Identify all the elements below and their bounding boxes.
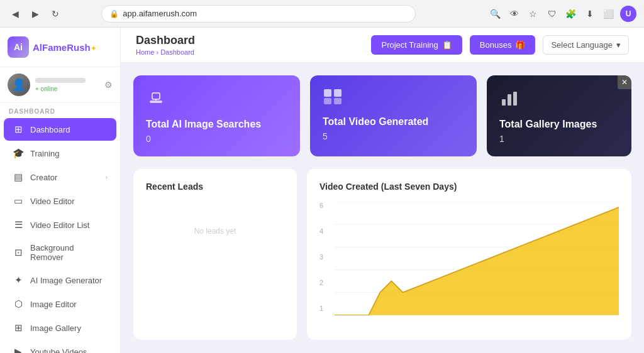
ai-searches-icon	[146, 88, 287, 112]
sidebar-item-image-editor[interactable]: ⬡ Image Editor	[4, 293, 116, 315]
y-label-2: 2	[319, 279, 323, 286]
url-bar[interactable]: 🔒 app.aifamerush.com	[101, 5, 416, 23]
sidebar-label-creator: Creator	[30, 173, 99, 182]
top-bar: Dashboard Home › Dashboard Project Train…	[121, 28, 644, 63]
image-editor-icon: ⬡	[13, 298, 24, 310]
chart-area: 6 4 3 2 1	[319, 202, 619, 327]
recent-leads-title: Recent Leads	[146, 182, 284, 192]
recent-leads-panel: Recent Leads No leads yet	[133, 169, 297, 340]
stat-card-ai-searches: Total AI Image Searches 0	[133, 75, 300, 156]
user-status: + online	[35, 85, 99, 92]
reload-button[interactable]: ↻	[48, 6, 63, 21]
y-label-3: 3	[319, 253, 323, 261]
stat-value-video-generated: 5	[323, 131, 464, 141]
stat-card-video-generated: Total Video Generated 5	[310, 75, 477, 156]
sidebar-label-image-gallery: Image Gallery	[30, 323, 108, 333]
zoom-icon[interactable]: 🔍	[488, 6, 503, 21]
tab-icon[interactable]: ⬜	[601, 6, 616, 21]
sidebar-label-youtube-videos: Youtube Videos	[30, 347, 108, 354]
recent-leads-empty: No leads yet	[146, 202, 284, 261]
user-name-bar	[35, 78, 86, 83]
y-label-6: 6	[319, 202, 323, 209]
star-icon[interactable]: ☆	[526, 6, 541, 21]
svg-rect-8	[508, 94, 511, 106]
video-editor-list-icon: ☰	[13, 219, 24, 231]
breadcrumb-current: Dashboard	[160, 48, 194, 56]
video-gen-icon	[323, 88, 464, 110]
eye-icon[interactable]: 👁	[507, 6, 522, 21]
chevron-down-icon: ▾	[616, 40, 621, 50]
sidebar-item-training[interactable]: 🎓 Training	[4, 142, 116, 165]
shield-icon[interactable]: 🛡	[545, 6, 560, 21]
sidebar-item-image-gallery[interactable]: ⊞ Image Gallery	[4, 317, 116, 339]
svg-rect-9	[513, 92, 517, 106]
top-bar-actions: Project Training 📋 Bonuses 🎁 Select Lang…	[371, 35, 629, 55]
y-label-1: 1	[319, 305, 323, 312]
logo-icon: Ai	[8, 36, 29, 58]
breadcrumb: Home › Dashboard	[136, 48, 195, 56]
avatar-image: 👤	[8, 73, 30, 96]
sidebar-item-dashboard[interactable]: ⊞ Dashboard	[4, 118, 116, 141]
back-button[interactable]: ◀	[8, 6, 23, 21]
profile-avatar[interactable]: U	[620, 6, 636, 22]
video-editor-icon: ▭	[13, 195, 24, 207]
sidebar-section-label: DASHBOARD	[0, 103, 120, 117]
y-label-4: 4	[319, 227, 323, 235]
close-overlay-button[interactable]: ✕	[618, 75, 631, 89]
sidebar-label-image-editor: Image Editor	[30, 300, 108, 309]
stat-title-gallery-images: Total Gallery Images	[499, 119, 619, 130]
creator-icon: ▤	[13, 171, 24, 183]
sidebar-label-training: Training	[30, 149, 108, 158]
stat-card-gallery-images: ✕ Total Gallery Images 1	[487, 75, 631, 156]
svg-rect-6	[334, 98, 341, 104]
youtube-icon: ▶	[13, 346, 24, 353]
svg-rect-0	[150, 100, 162, 103]
video-chart-panel: Video Created (Last Seven Days) 6 4 3 2 …	[307, 169, 631, 340]
stat-value-ai-searches: 0	[146, 134, 287, 144]
app-container: Ai AlFameRush✦ 👤 + online ⚙ DASHBOARD ⊞ …	[0, 28, 644, 353]
sidebar-item-video-editor-list[interactable]: ☰ Video Editor List	[4, 214, 116, 236]
chart-y-labels: 6 4 3 2 1	[319, 202, 323, 315]
background-remover-icon: ⊡	[13, 247, 24, 258]
browser-action-buttons: 🔍 👁 ☆ 🛡 🧩 ⬇ ⬜ U	[488, 6, 636, 22]
logo-text: AlFameRush✦	[33, 42, 96, 53]
lock-icon: 🔒	[109, 9, 119, 18]
image-gallery-icon: ⊞	[13, 322, 24, 334]
project-training-button[interactable]: Project Training 📋	[371, 35, 462, 55]
browser-chrome: ◀ ▶ ↻ 🔒 app.aifamerush.com 🔍 👁 ☆ 🛡 🧩 ⬇ ⬜…	[0, 0, 644, 28]
sidebar-user-section: 👤 + online ⚙	[0, 67, 120, 103]
ai-image-gen-icon: ✦	[13, 274, 24, 286]
training-icon: 🎓	[13, 148, 24, 159]
language-label: Select Language	[551, 40, 613, 50]
svg-rect-1	[152, 93, 160, 99]
gallery-icon	[499, 88, 619, 112]
header-title-section: Dashboard Home › Dashboard	[136, 34, 195, 56]
user-info: + online	[35, 78, 99, 92]
download-icon[interactable]: ⬇	[582, 6, 597, 21]
sidebar-item-youtube-videos[interactable]: ▶ Youtube Videos	[4, 340, 116, 353]
main-content: Dashboard Home › Dashboard Project Train…	[121, 28, 644, 353]
forward-button[interactable]: ▶	[28, 6, 43, 21]
sidebar-item-background-remover[interactable]: ⊡ Background Remover	[4, 237, 116, 268]
sidebar-item-video-editor[interactable]: ▭ Video Editor	[4, 190, 116, 212]
svg-rect-3	[324, 89, 331, 97]
svg-rect-7	[502, 99, 506, 106]
page-title: Dashboard	[136, 34, 195, 47]
language-selector[interactable]: Select Language ▾	[543, 35, 629, 55]
stat-value-gallery-images: 1	[499, 134, 619, 144]
stat-title-video-generated: Total Video Generated	[323, 116, 464, 128]
settings-gear-icon[interactable]: ⚙	[104, 80, 113, 90]
bonuses-icon: 🎁	[515, 40, 525, 50]
sidebar-label-ai-image-generator: AI Image Generator	[30, 276, 108, 285]
sidebar: Ai AlFameRush✦ 👤 + online ⚙ DASHBOARD ⊞ …	[0, 28, 121, 353]
project-training-label: Project Training	[381, 40, 438, 50]
sidebar-item-ai-image-generator[interactable]: ✦ AI Image Generator	[4, 269, 116, 291]
svg-rect-4	[334, 89, 341, 97]
sidebar-item-creator[interactable]: ▤ Creator ›	[4, 166, 116, 188]
creator-arrow-icon: ›	[106, 174, 108, 181]
bonuses-label: Bonuses	[480, 40, 512, 50]
stats-row: Total AI Image Searches 0 Total Video Ge…	[133, 75, 631, 156]
extensions-icon[interactable]: 🧩	[564, 6, 579, 21]
stat-title-ai-searches: Total AI Image Searches	[146, 119, 287, 130]
bonuses-button[interactable]: Bonuses 🎁	[470, 35, 536, 55]
